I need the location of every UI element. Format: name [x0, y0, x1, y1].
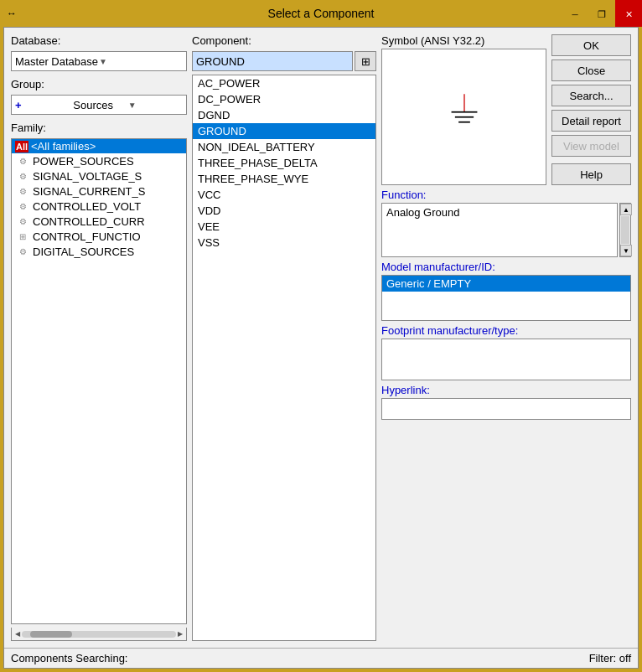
hyperlink-label: Hyperlink: [381, 384, 631, 396]
family-item-icon: ⚙ [15, 245, 30, 258]
status-bar: Components Searching: Filter: off [4, 648, 638, 668]
buttons-column: OK Close Search... Detail report View mo… [551, 34, 631, 185]
family-label: Family: [11, 121, 187, 134]
ok-button[interactable]: OK [551, 34, 631, 56]
group-label: Group: [11, 78, 187, 90]
title-bar-left: ↔ [7, 0, 17, 27]
component-item[interactable]: VSS [193, 235, 375, 251]
minimize-button[interactable] [562, 0, 588, 27]
component-item[interactable]: GROUND [193, 123, 375, 139]
minimize-icon [572, 8, 577, 20]
component-label: Component: [192, 34, 376, 47]
symbol-label: Symbol (ANSI Y32.2) [381, 34, 546, 47]
scroll-thumb [30, 631, 72, 638]
group-dropdown-arrow: ▼ [128, 101, 183, 110]
family-item-icon: ⚙ [15, 184, 30, 198]
component-item[interactable]: VEE [193, 219, 375, 235]
family-item[interactable]: ⊞CONTROL_FUNCTIO [12, 229, 186, 244]
view-model-button[interactable]: View model [551, 135, 631, 157]
close-dialog-button[interactable]: Close [551, 59, 631, 81]
function-value: Analog Ground [386, 206, 459, 219]
model-mfr-box: Generic / EMPTY [381, 275, 631, 321]
group-value: Sources [73, 99, 127, 111]
right-panel: Symbol (ANSI Y32.2) [381, 34, 631, 641]
ground-symbol [439, 90, 489, 143]
component-item[interactable]: THREE_PHASE_DELTA [193, 155, 375, 171]
help-button[interactable]: Help [551, 163, 631, 185]
scroll-left-arrow[interactable]: ◀ [13, 630, 22, 638]
component-input-row: ⊞ [192, 51, 376, 71]
hyperlink-label-text: Hyperlink: [381, 384, 430, 396]
family-item-icon: ⚙ [15, 169, 30, 183]
footprint-label: Footprint manufacturer/type: [381, 324, 631, 337]
component-item[interactable]: THREE_PHASE_WYE [193, 171, 375, 187]
model-mfr-section: Model manufacturer/ID: Generic / EMPTY [381, 261, 631, 321]
family-item-label: SIGNAL_VOLTAGE_S [33, 170, 142, 183]
family-item[interactable]: ⚙SIGNAL_VOLTAGE_S [12, 168, 186, 184]
family-item-icon: ⚙ [15, 215, 30, 228]
family-item[interactable]: ⚙CONTROLLED_CURR [12, 214, 186, 229]
family-item[interactable]: All<All families> [12, 139, 186, 153]
model-mfr-label: Model manufacturer/ID: [381, 261, 631, 273]
component-item[interactable]: VDD [193, 203, 375, 219]
restore-icon [598, 8, 606, 20]
family-item-label: CONTROLLED_CURR [33, 215, 145, 228]
family-item-label: <All families> [31, 140, 96, 152]
component-item[interactable]: VCC [193, 187, 375, 203]
footprint-box [381, 339, 631, 380]
component-input[interactable] [192, 51, 353, 71]
footprint-section: Footprint manufacturer/type: [381, 324, 631, 380]
filter-icon: ⊞ [361, 55, 370, 68]
component-item[interactable]: NON_IDEAL_BATTERY [193, 139, 375, 155]
family-item-label: CONTROLLED_VOLT [33, 200, 141, 213]
left-panel: Database: Master Database ▼ Group: + Sou… [11, 34, 187, 641]
group-dropdown[interactable]: + Sources ▼ [11, 95, 187, 115]
component-item[interactable]: DC_POWER [193, 91, 375, 107]
title-bar: ↔ Select a Component [0, 0, 642, 27]
family-item[interactable]: ⚙POWER_SOURCES [12, 153, 186, 168]
family-item-label: CONTROL_FUNCTIO [33, 230, 141, 243]
restore-button[interactable] [588, 0, 615, 27]
middle-panel: Component: ⊞ AC_POWERDC_POWERDGNDGROUNDN… [192, 34, 376, 641]
scroll-right-arrow[interactable]: ▶ [176, 630, 184, 638]
model-mfr-label-text: Model manufacturer/ID: [381, 261, 495, 273]
hyperlink-box [381, 398, 631, 420]
family-item-icon: ⚙ [15, 154, 30, 168]
close-window-icon [625, 8, 633, 20]
search-button[interactable]: Search... [551, 85, 631, 106]
detail-report-button[interactable]: Detail report [551, 110, 631, 132]
component-item[interactable]: DGND [193, 107, 375, 123]
family-item-icon: All [15, 141, 28, 152]
family-list[interactable]: All<All families>⚙POWER_SOURCES⚙SIGNAL_V… [11, 138, 187, 624]
function-section: Function: Analog Ground ▲ ▼ [381, 189, 631, 257]
family-item-icon: ⊞ [15, 230, 30, 243]
hyperlink-section: Hyperlink: [381, 384, 631, 420]
component-item[interactable]: AC_POWER [193, 75, 375, 91]
function-scroll-up[interactable]: ▲ [620, 204, 632, 215]
scroll-track [22, 631, 176, 638]
component-filter-button[interactable]: ⊞ [355, 51, 376, 71]
status-right: Filter: off [589, 652, 631, 664]
main-dialog: Database: Master Database ▼ Group: + Sou… [3, 27, 639, 669]
function-content-area: Analog Ground ▲ ▼ [381, 203, 631, 257]
title-bar-title: Select a Component [268, 7, 375, 20]
model-mfr-item[interactable]: Generic / EMPTY [382, 276, 630, 292]
family-item-label: POWER_SOURCES [33, 155, 134, 168]
database-label: Database: [11, 34, 187, 47]
symbol-box [381, 49, 546, 185]
database-dropdown[interactable]: Master Database ▼ [11, 51, 187, 71]
family-item[interactable]: ⚙CONTROLLED_VOLT [12, 199, 186, 214]
database-value: Master Database [15, 55, 99, 68]
function-scroll-down[interactable]: ▼ [620, 245, 632, 256]
footprint-label-text: Footprint manufacturer/type: [381, 324, 518, 337]
family-item-label: SIGNAL_CURRENT_S [33, 185, 145, 198]
family-item[interactable]: ⚙DIGITAL_SOURCES [12, 244, 186, 259]
component-list[interactable]: AC_POWERDC_POWERDGNDGROUNDNON_IDEAL_BATT… [192, 75, 376, 641]
close-window-button[interactable] [615, 0, 642, 27]
family-item-icon: ⚙ [15, 199, 30, 213]
function-scrollbar[interactable]: ▲ ▼ [619, 203, 631, 257]
family-item[interactable]: ⚙SIGNAL_CURRENT_S [12, 184, 186, 199]
dialog-content: Database: Master Database ▼ Group: + Sou… [4, 28, 638, 648]
family-scrollbar[interactable]: ◀ ▶ [11, 628, 187, 641]
right-top: Symbol (ANSI Y32.2) [381, 34, 631, 185]
